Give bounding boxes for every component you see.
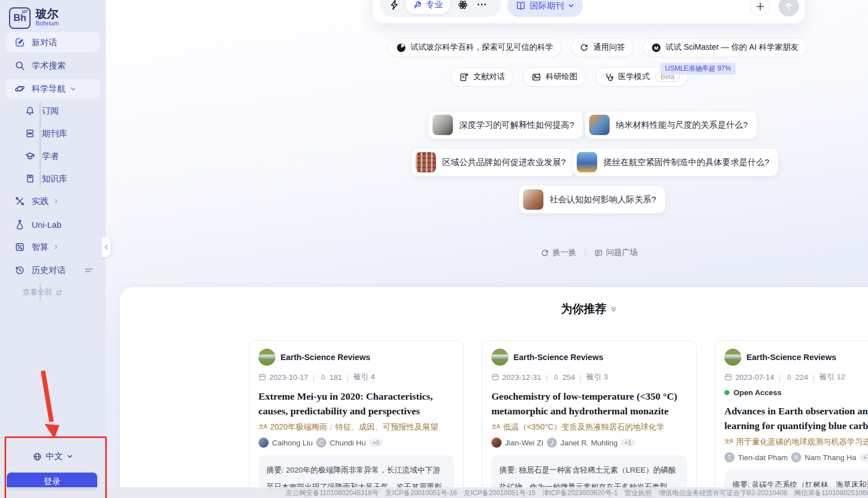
divider: | — [813, 373, 815, 382]
sidebar-item-new-chat[interactable]: 新对话 — [6, 32, 100, 53]
literature-chat-button[interactable]: 文献对话 — [451, 67, 513, 86]
author-avatar: N — [791, 452, 801, 462]
question-card[interactable]: 纳米材料性能与尺度的关系是什么? — [585, 111, 757, 139]
author-avatar — [491, 438, 502, 448]
divider: | — [779, 373, 781, 382]
sidebar-item-label: 智算 — [32, 242, 49, 253]
sidebar-item-practice[interactable]: 实践 — [6, 191, 100, 211]
view-all-history-link[interactable]: 查看全部 — [23, 287, 63, 297]
book-icon — [25, 174, 35, 184]
chevron-right-icon — [53, 244, 59, 250]
scimaster-button[interactable]: M 试试 SciMaster — 你的 AI 科学家朋友 — [643, 38, 807, 57]
history-list-icon[interactable] — [84, 266, 93, 274]
publish-date: 2023-07-14 — [724, 373, 774, 382]
sidebar-item-smart-compute[interactable]: 智算 — [6, 237, 100, 257]
sidebar-item-scholars[interactable]: 学者 — [6, 146, 100, 166]
publish-date: 2023-12-31 — [491, 373, 541, 382]
question-card[interactable]: 搓丝在航空紧固件制造中的具体要求是什么? — [572, 148, 779, 176]
paper-title-zh: 用于量化蓝碳的地球观测与机器学习进展 — [736, 436, 868, 448]
literature-chat-label: 文献对话 — [473, 72, 505, 82]
paper-title[interactable]: Geochemistry of low-temperature (<350 °C… — [491, 389, 687, 419]
paper-title[interactable]: Extreme Mei-yu in 2020: Characteristics,… — [258, 389, 454, 419]
quick-actions-row2: 文献对话 科研绘图 医学模式 Beta — [451, 67, 688, 86]
author-avatar — [258, 438, 269, 448]
double-chevron-down-icon[interactable] — [610, 305, 617, 313]
divider: | — [347, 373, 349, 382]
more-authors-badge[interactable]: +1 — [621, 439, 635, 447]
sidebar-item-chat-history[interactable]: 历史对话 — [6, 260, 100, 280]
more-tools-icon[interactable] — [476, 0, 487, 10]
refresh-questions-button[interactable]: 换一换 — [541, 248, 576, 258]
divider: | — [584, 248, 586, 257]
general-qa-label: 通用问答 — [593, 42, 625, 53]
question-text: 搓丝在航空紧固件制造中的具体要求是什么? — [603, 157, 769, 168]
citation-count: 被引 3 — [586, 372, 608, 382]
author-name[interactable]: Chundi Hu — [330, 439, 366, 447]
paper-card[interactable]: Earth-Science Reviews 2023-12-31 | 254 |… — [482, 340, 697, 498]
sidebar-collapse-handle[interactable] — [102, 237, 111, 257]
language-selector[interactable]: 中文 — [0, 451, 106, 462]
chevron-down-icon — [568, 2, 575, 9]
sidebar-item-journal-library[interactable]: 期刊库 — [6, 123, 100, 144]
lightning-icon[interactable] — [389, 0, 400, 10]
paper-card[interactable]: Earth-Science Reviews 2023-10-17 | 181 |… — [249, 340, 464, 498]
atom-icon[interactable] — [457, 0, 468, 10]
author-name[interactable]: Janet R. Muhling — [560, 439, 617, 447]
journal-name: Earth-Science Reviews — [513, 353, 603, 362]
book-open-icon — [516, 1, 526, 11]
citation-count: 被引 4 — [353, 372, 375, 382]
journal-name: Earth-Science Reviews — [746, 353, 836, 362]
journal-row: Earth-Science Reviews — [258, 349, 454, 366]
author-name[interactable]: Jian-Wei ZI — [505, 439, 543, 447]
sidebar-item-academic-search[interactable]: 学术搜索 — [6, 55, 100, 76]
research-drawing-button[interactable]: 科研绘图 — [523, 67, 586, 86]
author-name[interactable]: Tien-dat Pham — [738, 453, 788, 462]
sidebar-item-label: 学术搜索 — [32, 60, 66, 71]
more-authors-badge[interactable]: +5 — [369, 439, 383, 447]
publish-date: 2023-10-17 — [258, 373, 308, 382]
brand-number: 107 — [21, 10, 28, 14]
question-card[interactable]: 社会认知如何影响人际关系? — [519, 185, 666, 214]
sidebar-item-label: 知识库 — [42, 174, 67, 184]
translate-icon: 文A — [258, 423, 267, 430]
journal-row: Earth-Science Reviews — [491, 349, 687, 366]
author-name[interactable]: Nam Thang Ha — [805, 453, 856, 462]
more-authors-badge[interactable]: +7 — [860, 453, 868, 461]
calendar-icon — [724, 373, 732, 381]
question-card[interactable]: 深度学习的可解释性如何提高? — [428, 111, 584, 139]
sidebar: Bh 107 玻尔 Bohrium 新对话 学术搜索 科学导航 — [0, 0, 106, 498]
sidebar-item-subscriptions[interactable]: 订阅 — [6, 101, 100, 121]
scimaster-label: 试试 SciMaster — 你的 AI 科学家朋友 — [666, 42, 798, 53]
calendar-icon — [258, 373, 266, 381]
sidebar-item-knowledge-base[interactable]: 知识库 — [6, 168, 100, 189]
paper-title[interactable]: Advances in Earth observation and machin… — [724, 404, 868, 434]
author-name[interactable]: Caihong Liu — [272, 439, 313, 447]
question-text: 纳米材料性能与尺度的关系是什么? — [616, 120, 748, 131]
question-text: 社会认知如何影响人际关系? — [550, 194, 656, 205]
recommend-title-row: 为你推荐 — [310, 301, 868, 317]
question-thumbnail — [416, 152, 436, 172]
scimaster-logo-icon: M — [651, 43, 661, 53]
question-thumbnail — [589, 115, 610, 135]
calendar-icon — [491, 373, 499, 381]
general-qa-button[interactable]: 通用问答 — [571, 38, 633, 57]
divider: | — [580, 373, 582, 382]
brand-logo[interactable]: Bh 107 玻尔 Bohrium — [9, 7, 59, 29]
question-plaza-button[interactable]: 问题广场 — [594, 248, 638, 258]
plus-icon — [755, 2, 765, 11]
flame-icon — [319, 374, 327, 381]
medical-mode-label: 医学模式 — [618, 72, 650, 82]
encyclopedia-button[interactable]: 试试玻尔科学百科，探索可见可信的科学 — [388, 38, 562, 57]
sidebar-item-label: 实践 — [32, 196, 49, 207]
paper-title-translation-row: 文A 低温（<350°C）变质及热液独居石的地球化学 — [491, 422, 687, 433]
sidebar-item-uni-lab[interactable]: Uni-Lab — [6, 214, 100, 235]
sidebar-item-science-nav[interactable]: 科学导航 — [6, 79, 100, 99]
view-all-label: 查看全部 — [23, 287, 52, 297]
journal-source-dropdown[interactable]: 国际期刊 — [507, 0, 583, 17]
pro-mode-button[interactable]: 专业 — [405, 0, 450, 14]
question-card[interactable]: 区域公共品牌如何促进农业发展? — [411, 148, 575, 176]
open-access-row: Open Access — [724, 388, 868, 397]
sidebar-item-label: 订阅 — [42, 106, 59, 116]
paper-card[interactable]: Earth-Science Reviews 2023-07-14 | 224 |… — [715, 340, 868, 498]
document-chat-icon — [459, 72, 469, 82]
